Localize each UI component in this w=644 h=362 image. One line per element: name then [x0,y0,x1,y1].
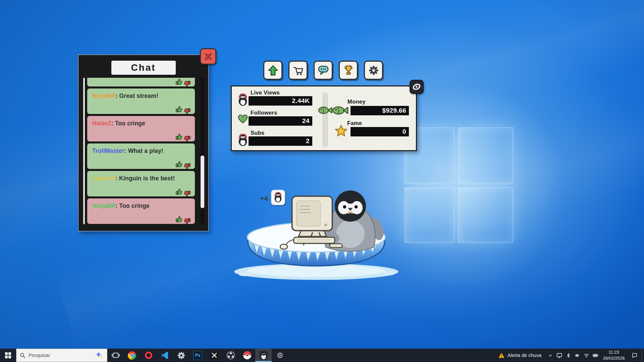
wifi-tray-icon[interactable] [582,349,591,362]
taskbar-search[interactable] [16,349,107,362]
battery-tray-icon[interactable] [591,349,600,362]
star-icon [334,124,348,138]
computer[interactable] [280,196,342,249]
fish-marker-icon [318,105,332,115]
chat-vote-buttons [175,78,192,86]
tray-expand-button[interactable] [546,349,555,362]
money-label: Money [347,99,366,105]
chat-message: NinjaBR: Too cringe [87,198,195,224]
obs-icon[interactable] [222,349,239,362]
task-view-button[interactable] [107,349,124,362]
thumbs-down-icon[interactable] [183,135,192,143]
chat-vote-buttons [175,188,192,196]
live-views-label: Live Views [251,89,280,96]
opera-icon[interactable] [140,349,157,362]
chat-vote-buttons [175,160,192,168]
chat-close-button[interactable] [200,48,216,65]
chat-left-rail [83,78,85,224]
fish-money-icon [332,105,348,116]
search-icon [20,353,25,358]
heart-icon [237,114,248,124]
vscode-icon[interactable] [157,349,173,362]
chat-scrollbar-thumb[interactable] [201,156,204,208]
subs-label: Subs [251,130,265,136]
penguin-stream-scene [232,185,405,283]
clock-time: 11:23 [608,349,619,355]
fame-value: 0 [351,127,409,136]
chat-separator: : [124,147,128,154]
chat-message: HaterZ: Too cringe [87,116,195,141]
gear-icon [368,65,379,76]
live-views-value: 2.44K [249,96,312,106]
thumbs-down-icon[interactable] [183,162,192,170]
galaxy-swirl-icon [412,82,421,92]
windows-logo-pane [405,187,454,243]
chat-message: TrollMaster: What a play! [87,143,195,169]
chat-vote-buttons [175,105,192,113]
chat-message-text: Kinguin is the best! [119,175,175,182]
chat-scrollbar[interactable] [201,78,204,224]
chat-separator: : [115,93,119,99]
taskbar: Ps [0,349,644,362]
trophies-button[interactable] [339,61,358,80]
thumbs-down-icon[interactable] [183,190,192,198]
bluetooth-tray-icon[interactable] [564,349,573,362]
search-input[interactable] [29,353,92,358]
red-circle-app-icon[interactable] [239,349,255,362]
taskbar-spacer [288,349,493,362]
viewer-gain-popup: +4 [260,190,285,205]
windows-logo-pane [458,127,513,184]
chat-separator: : [111,120,115,127]
shop-button[interactable] [288,61,308,80]
windows-logo-icon [5,352,11,358]
chat-message [87,78,195,86]
chat-button[interactable] [314,61,333,80]
chat-window-title: Chat [111,61,176,75]
photoshop-icon[interactable]: Ps [190,349,206,362]
chat-username: TrollMaster [92,147,124,154]
gear-app-icon[interactable] [173,349,190,362]
penguin-icon [273,192,283,203]
start-button[interactable] [0,349,16,362]
thumbs-up-icon[interactable] [175,215,183,223]
penguin-game-icon[interactable] [255,349,272,362]
chat-username: NinjaBR [92,93,115,99]
chat-message-text: Great stream! [119,93,158,99]
taskbar-clock[interactable]: 11:23 26/02/2026 [600,349,628,362]
windows-logo-pane [458,187,513,243]
volume-tray-icon[interactable] [573,349,582,362]
show-desktop-button[interactable] [642,349,644,362]
penguin-icon [237,134,249,146]
weather-alert-widget[interactable]: Alerta de chuva [493,349,546,362]
thumbs-up-icon[interactable] [175,188,183,196]
x-app-icon[interactable] [206,349,222,362]
display-tray-icon[interactable] [555,349,564,362]
thumbs-up-icon[interactable] [175,105,183,113]
action-center-button[interactable] [628,349,642,362]
capture-app-icon[interactable] [272,349,288,362]
thumbs-down-icon[interactable] [183,107,192,115]
chat-message-list: NinjaBR: Great stream! HaterZ: Too cring… [87,78,195,224]
followers-value: 24 [249,116,312,126]
chat-message: NinjaBR: Great stream! [87,88,195,114]
weather-alert-text: Alerta de chuva [507,353,541,358]
thumbs-down-icon[interactable] [183,217,192,224]
warning-icon [498,352,505,358]
chat-separator: : [115,202,119,209]
settings-button[interactable] [364,61,383,80]
chat-separator: : [115,175,119,182]
fame-label: Fame [347,120,362,126]
photoshop-tile: Ps [193,351,202,360]
game-toolbar [263,61,383,80]
thumbs-up-icon[interactable] [175,133,183,141]
system-tray: Alerta de chuva [493,349,644,362]
money-value: $929.66 [351,106,409,115]
chrome-icon[interactable] [124,349,140,362]
thumbs-up-icon[interactable] [175,78,183,86]
copilot-sparkle-icon[interactable] [95,351,104,360]
thumbs-down-icon[interactable] [183,80,192,88]
upgrade-button[interactable] [263,61,282,80]
galaxy-sticker-button[interactable] [410,80,424,94]
thumbs-up-icon[interactable] [175,160,183,168]
chat-vote-buttons [175,133,192,141]
